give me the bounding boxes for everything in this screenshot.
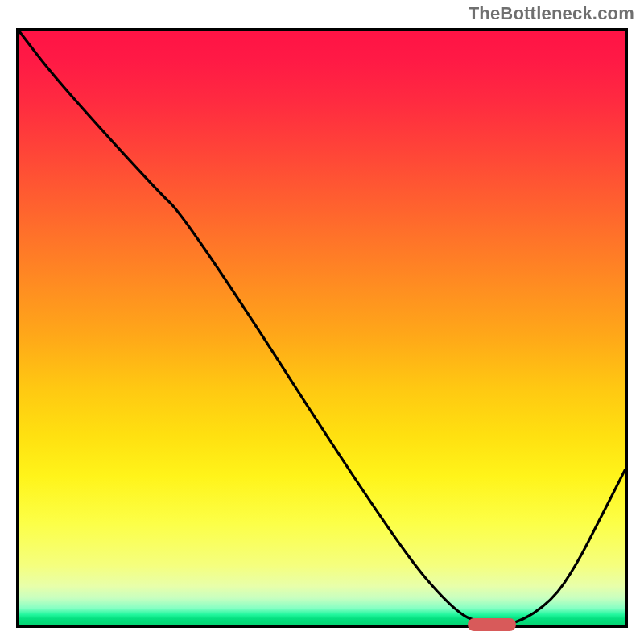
plot-area (16, 28, 628, 628)
min-marker (468, 618, 516, 631)
line-curve (19, 31, 625, 625)
chart-stage: TheBottleneck.com (0, 0, 644, 644)
watermark-text: TheBottleneck.com (469, 3, 634, 24)
